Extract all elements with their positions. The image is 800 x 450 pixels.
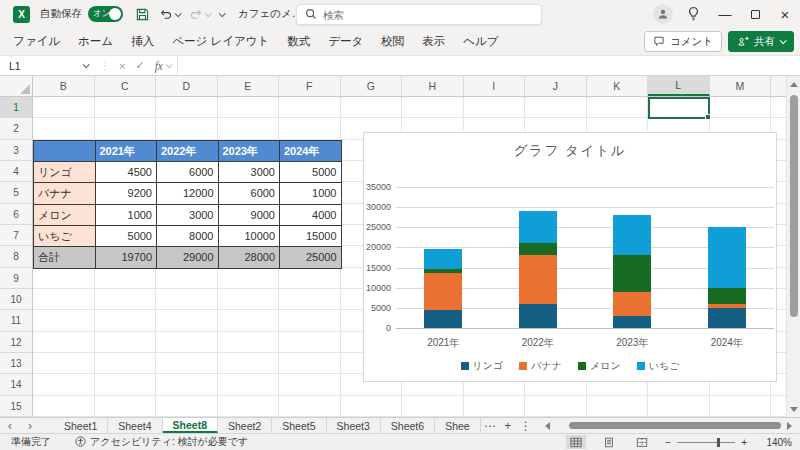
table-cell[interactable]: 5000 <box>96 226 158 247</box>
column-header-D[interactable]: D <box>156 76 218 96</box>
column-header-J[interactable]: J <box>525 76 587 96</box>
row-header-9[interactable]: 9 <box>0 268 32 289</box>
sheet-options-kebab-icon[interactable]: ⋮ <box>517 418 535 433</box>
column-header-E[interactable]: E <box>218 76 280 96</box>
bar-segment-メロン[interactable] <box>424 269 462 273</box>
table-total-label[interactable]: 合計 <box>34 247 96 268</box>
sheet-tab-Sheet6[interactable]: Sheet6 <box>381 418 435 433</box>
zoom-thumb[interactable] <box>717 438 720 447</box>
sheet-nav-next-icon[interactable]: › <box>20 418 40 433</box>
row-header-10[interactable]: 10 <box>0 289 32 310</box>
sheet-tab-Sheet1[interactable]: Sheet1 <box>54 418 108 433</box>
zoom-track[interactable] <box>677 442 735 443</box>
sheet-tab-Shee[interactable]: Shee <box>435 418 481 433</box>
search-box[interactable] <box>296 4 542 25</box>
row-header-2[interactable]: 2 <box>0 118 32 139</box>
legend-item-いちご[interactable]: いちご <box>637 359 680 373</box>
customize-qat-icon[interactable] <box>219 10 226 17</box>
ribbon-tab-データ[interactable]: データ <box>319 28 372 55</box>
row-header-8[interactable]: 8 <box>0 246 32 267</box>
close-button[interactable]: × <box>770 0 800 28</box>
chart[interactable]: グラフ タイトル 0500010000150002000025000300003… <box>363 132 777 382</box>
confirm-entry-icon[interactable]: ✓ <box>130 59 149 72</box>
table-row-label[interactable]: いちご <box>34 226 96 247</box>
table-header-cell[interactable]: 2022年 <box>157 141 219 162</box>
column-header-M[interactable]: M <box>710 76 772 96</box>
row-header-5[interactable]: 5 <box>0 182 32 203</box>
zoom-slider[interactable]: − + <box>665 437 747 448</box>
bar-segment-バナナ[interactable] <box>613 292 651 316</box>
ribbon-tab-ページ レイアウト[interactable]: ページ レイアウト <box>163 28 278 55</box>
bar-segment-いちご[interactable] <box>424 249 462 269</box>
bar-segment-リンゴ[interactable] <box>708 308 746 328</box>
table-cell[interactable]: 4000 <box>280 205 342 226</box>
legend-item-リンゴ[interactable]: リンゴ <box>461 359 504 373</box>
table-cell[interactable]: 6000 <box>157 162 219 183</box>
zoom-in-button[interactable]: + <box>741 437 747 448</box>
bar-segment-いちご[interactable] <box>613 215 651 255</box>
table-total-cell[interactable]: 29000 <box>157 247 219 268</box>
insert-function-icon[interactable]: fx <box>150 60 166 72</box>
formula-input[interactable] <box>178 56 800 75</box>
accessibility-status[interactable]: アクセシビリティ: 検討が必要です <box>75 435 248 449</box>
table-total-cell[interactable]: 19700 <box>96 247 158 268</box>
scroll-left-icon[interactable] <box>545 422 550 430</box>
column-header-B[interactable]: B <box>33 76 95 96</box>
bar-segment-メロン[interactable] <box>519 243 557 255</box>
sheet-tab-Sheet2[interactable]: Sheet2 <box>218 418 272 433</box>
document-title[interactable]: カフェのメ… <box>238 7 302 21</box>
bar-segment-いちご[interactable] <box>708 227 746 287</box>
column-header-I[interactable]: I <box>464 76 526 96</box>
scroll-down-icon[interactable] <box>790 407 798 412</box>
table-header-cell[interactable]: 2024年 <box>280 141 342 162</box>
page-break-preview-icon[interactable] <box>632 435 652 449</box>
row-header-14[interactable]: 14 <box>0 374 32 395</box>
scroll-up-icon[interactable] <box>790 82 798 87</box>
table-cell[interactable]: 4500 <box>96 162 158 183</box>
formula-input-area[interactable] <box>177 56 800 75</box>
table-cell[interactable]: 6000 <box>219 183 281 204</box>
ribbon-tab-数式[interactable]: 数式 <box>278 28 319 55</box>
column-header-C[interactable]: C <box>95 76 157 96</box>
column-header-G[interactable]: G <box>341 76 403 96</box>
row-header-12[interactable]: 12 <box>0 332 32 353</box>
table-total-cell[interactable]: 28000 <box>219 247 281 268</box>
scroll-right-icon[interactable] <box>787 422 792 430</box>
legend-item-バナナ[interactable]: バナナ <box>519 359 562 373</box>
vertical-scroll-thumb[interactable] <box>790 95 798 317</box>
add-sheet-button[interactable]: + <box>499 418 517 433</box>
sheet-nav-prev-icon[interactable]: ‹ <box>0 418 20 433</box>
ribbon-tab-挿入[interactable]: 挿入 <box>122 28 163 55</box>
cancel-entry-icon[interactable]: × <box>114 60 130 72</box>
maximize-button[interactable] <box>740 0 770 28</box>
autosave-toggle[interactable]: オン <box>88 6 123 22</box>
column-header-H[interactable]: H <box>402 76 464 96</box>
bar-segment-メロン[interactable] <box>613 255 651 291</box>
ribbon-tab-表示[interactable]: 表示 <box>413 28 454 55</box>
excel-app-icon[interactable]: X <box>13 6 30 23</box>
horizontal-scroll-thumb[interactable] <box>569 422 781 429</box>
bar-segment-バナナ[interactable] <box>424 273 462 310</box>
row-header-6[interactable]: 6 <box>0 204 32 225</box>
horizontal-scrollbar[interactable] <box>539 418 796 433</box>
lightbulb-icon[interactable] <box>687 6 700 23</box>
table-cell[interactable]: 10000 <box>219 226 281 247</box>
comments-button[interactable]: コメント <box>644 31 722 52</box>
row-header-4[interactable]: 4 <box>0 161 32 182</box>
account-avatar[interactable] <box>653 4 673 24</box>
row-header-7[interactable]: 7 <box>0 225 32 246</box>
minimize-button[interactable]: — <box>710 0 740 28</box>
sheet-tab-Sheet3[interactable]: Sheet3 <box>327 418 381 433</box>
table-header-cell[interactable]: 2021年 <box>96 141 158 162</box>
redo-icon[interactable] <box>189 7 210 21</box>
table-row-label[interactable]: バナナ <box>34 183 96 204</box>
column-header-F[interactable]: F <box>279 76 341 96</box>
page-layout-view-icon[interactable] <box>599 435 619 449</box>
share-button[interactable]: 共有 <box>728 31 794 52</box>
column-header-K[interactable]: K <box>587 76 649 96</box>
name-box-chevron-icon[interactable] <box>83 61 90 68</box>
table-cell[interactable]: 3000 <box>157 205 219 226</box>
search-input[interactable] <box>323 9 503 21</box>
table-cell[interactable]: 12000 <box>157 183 219 204</box>
zoom-out-button[interactable]: − <box>665 437 671 448</box>
